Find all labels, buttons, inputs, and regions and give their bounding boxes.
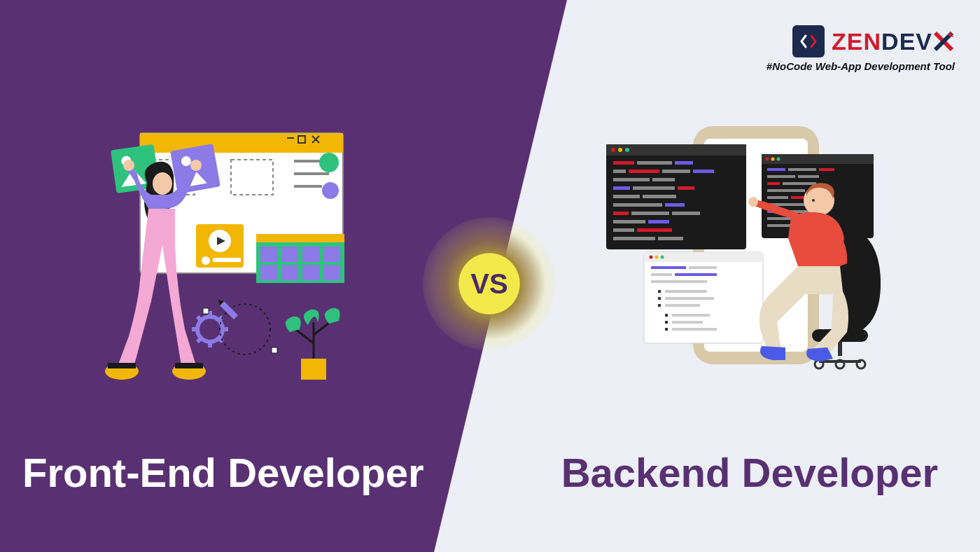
svg-rect-92: [767, 168, 785, 171]
svg-rect-98: [783, 182, 816, 185]
svg-point-89: [766, 158, 769, 161]
svg-rect-72: [633, 186, 675, 190]
svg-rect-81: [613, 220, 645, 223]
svg-rect-67: [662, 170, 690, 173]
svg-rect-95: [767, 175, 795, 178]
svg-rect-127: [672, 314, 710, 317]
svg-point-90: [771, 158, 775, 161]
svg-point-20: [202, 256, 210, 265]
svg-point-91: [777, 158, 780, 161]
svg-line-46: [197, 338, 201, 342]
tagline: #NoCode Web-App Development Tool: [766, 60, 955, 72]
svg-rect-49: [203, 308, 209, 314]
svg-rect-78: [613, 212, 629, 215]
svg-rect-64: [675, 161, 693, 165]
svg-rect-68: [693, 170, 714, 173]
logo-text: ZENDEV: [832, 28, 955, 55]
svg-rect-23: [256, 234, 344, 242]
svg-point-39: [197, 317, 223, 342]
svg-point-16: [322, 182, 339, 199]
svg-rect-120: [658, 290, 661, 293]
svg-rect-21: [213, 258, 241, 262]
svg-rect-130: [665, 328, 668, 331]
svg-rect-36: [175, 363, 203, 368]
vs-badge: VS: [423, 217, 556, 350]
logo-dev: DEV: [881, 28, 932, 55]
svg-rect-69: [613, 178, 650, 181]
svg-rect-74: [613, 195, 640, 198]
svg-rect-99: [767, 189, 805, 192]
svg-point-113: [655, 256, 659, 259]
svg-point-15: [319, 153, 339, 172]
svg-point-112: [650, 256, 653, 259]
svg-line-53: [295, 329, 314, 343]
svg-rect-71: [613, 186, 630, 190]
backend-illustration: [602, 126, 896, 378]
svg-rect-63: [637, 161, 672, 165]
svg-rect-117: [651, 273, 672, 276]
gear-icon: [192, 311, 228, 347]
svg-rect-93: [788, 168, 816, 171]
logo-x: [932, 28, 955, 55]
svg-rect-73: [678, 186, 694, 190]
svg-rect-31: [323, 265, 340, 280]
svg-rect-121: [665, 290, 707, 293]
svg-rect-24: [260, 247, 277, 262]
svg-rect-115: [651, 266, 686, 269]
svg-rect-2: [287, 137, 294, 139]
svg-rect-94: [819, 168, 834, 171]
svg-rect-27: [323, 247, 340, 262]
frontend-illustration: [98, 119, 378, 399]
svg-rect-118: [675, 273, 717, 276]
svg-point-114: [661, 256, 664, 259]
svg-rect-62: [613, 161, 634, 165]
svg-rect-131: [672, 328, 717, 331]
svg-rect-51: [301, 359, 326, 380]
svg-rect-77: [665, 203, 685, 207]
vs-text: VS: [470, 268, 507, 300]
svg-rect-28: [260, 265, 277, 280]
svg-rect-79: [631, 212, 669, 215]
svg-rect-129: [672, 321, 703, 324]
svg-rect-26: [302, 247, 319, 262]
svg-rect-125: [665, 304, 700, 307]
logo-block: ZENDEV #NoCode Web-App Development Tool: [766, 25, 955, 72]
svg-point-38: [190, 160, 202, 171]
svg-rect-35: [108, 363, 136, 368]
svg-rect-25: [281, 247, 298, 262]
svg-rect-80: [672, 212, 700, 215]
svg-rect-66: [629, 170, 659, 173]
svg-rect-75: [643, 195, 676, 198]
svg-rect-50: [272, 347, 277, 353]
svg-rect-65: [613, 170, 626, 173]
svg-rect-119: [651, 280, 707, 283]
svg-rect-123: [665, 297, 714, 300]
svg-rect-116: [689, 266, 717, 269]
svg-line-44: [197, 317, 201, 320]
svg-rect-76: [613, 203, 662, 207]
svg-rect-30: [302, 265, 319, 280]
svg-point-61: [625, 148, 629, 152]
svg-point-59: [611, 148, 615, 152]
title-backend: Backend Developer: [561, 449, 938, 496]
svg-point-60: [618, 148, 622, 152]
svg-rect-82: [648, 220, 669, 223]
logo-mark-icon: [792, 25, 825, 57]
svg-point-32: [153, 172, 172, 195]
plant-icon: [286, 308, 340, 380]
svg-rect-124: [658, 304, 661, 307]
svg-rect-29: [281, 265, 298, 280]
svg-point-139: [812, 199, 815, 202]
svg-rect-101: [767, 196, 788, 199]
svg-rect-122: [658, 297, 661, 300]
logo-row: ZENDEV: [766, 25, 955, 57]
svg-rect-83: [613, 228, 634, 232]
logo-zen: ZEN: [832, 28, 881, 55]
title-frontend: Front-End Developer: [22, 449, 424, 496]
svg-rect-70: [652, 178, 675, 181]
svg-point-140: [748, 197, 758, 207]
svg-rect-126: [665, 314, 668, 317]
svg-rect-108: [767, 224, 792, 227]
svg-rect-97: [767, 182, 780, 185]
svg-rect-85: [613, 237, 655, 240]
